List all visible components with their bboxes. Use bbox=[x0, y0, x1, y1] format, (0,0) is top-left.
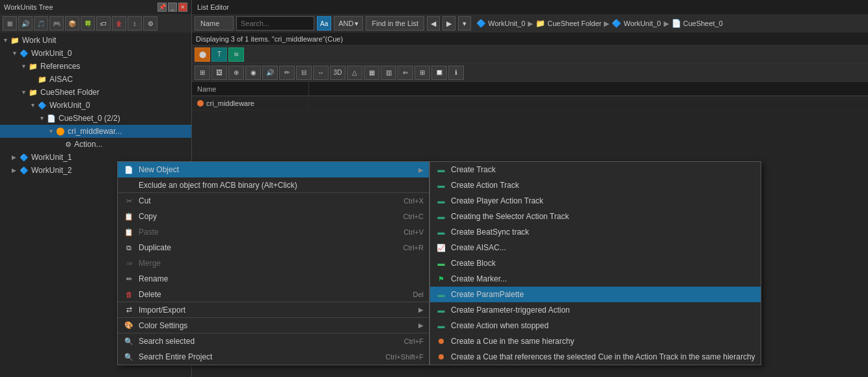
sub-cue-hierarchy-label: Create a Cue in the same hierarchy bbox=[451, 337, 755, 346]
tree-item[interactable]: ▼📁Work Unit bbox=[0, 34, 191, 47]
it-btn-15[interactable]: 🔲 bbox=[431, 66, 447, 80]
sub-create-action-track[interactable]: ▬ Create Action Track bbox=[430, 177, 761, 193]
sub-create-aisac[interactable]: 📈 Create AISAC... bbox=[430, 240, 761, 255]
cm-new-object[interactable]: 📄 New Object ▶ bbox=[118, 162, 429, 177]
sub-create-player-action-track[interactable]: ▬ Create Player Action Track bbox=[430, 193, 761, 209]
tree-node-label: References bbox=[40, 62, 80, 71]
sub-create-beatsync[interactable]: ▬ Create BeatSync track bbox=[430, 224, 761, 240]
it-btn-8[interactable]: ↔ bbox=[313, 66, 329, 80]
nav-prev-button[interactable]: ◀ bbox=[427, 16, 440, 31]
it-btn-1[interactable]: ⊞ bbox=[195, 66, 210, 80]
breadcrumb-icon-3: 📄 bbox=[671, 19, 681, 28]
tb-settings[interactable]: ⚙ bbox=[143, 16, 157, 31]
tree-item[interactable]: 📁AISAC bbox=[0, 73, 191, 86]
cm-rename[interactable]: ✏ Rename bbox=[118, 271, 429, 287]
breadcrumb-item-3[interactable]: CueSheet_0 bbox=[683, 20, 723, 27]
cm-search-project[interactable]: 🔍 Search Entire Project Ctrl+Shift+F bbox=[118, 349, 429, 365]
minimize-button[interactable]: _ bbox=[168, 3, 177, 12]
sub-action-stopped-label: Create Action when stopped bbox=[451, 321, 755, 330]
cm-color-settings[interactable]: 🎨 Color Settings ▶ bbox=[118, 318, 429, 333]
sub-create-parampalette[interactable]: ▬ Create ParamPalette bbox=[430, 287, 761, 302]
tb-icon-2[interactable]: 🔊 bbox=[18, 16, 33, 31]
cm-duplicate[interactable]: ⧉ Duplicate Ctrl+R bbox=[118, 240, 429, 255]
tree-node-icon: 📄 bbox=[47, 114, 56, 123]
breadcrumb-item-0[interactable]: WorkUnit_0 bbox=[488, 20, 525, 27]
tree-expand-icon[interactable]: ▼ bbox=[3, 37, 10, 44]
tree-expand-icon[interactable]: ▼ bbox=[39, 115, 47, 122]
tree-item[interactable]: ▼🔷WorkUnit_0 bbox=[0, 99, 191, 112]
sub-action-track-icon: ▬ bbox=[435, 179, 447, 191]
sub-block-label: Create Block bbox=[451, 259, 755, 268]
tree-node-icon: ⚙ bbox=[65, 140, 72, 149]
cm-exclude[interactable]: Exclude an object from ACB binary (Alt+C… bbox=[118, 177, 429, 193]
cm-copy-label: Copy bbox=[139, 212, 390, 221]
cm-search-selected[interactable]: 🔍 Search selected Ctrl+F bbox=[118, 333, 429, 349]
tree-expand-icon[interactable]: ▼ bbox=[21, 63, 29, 70]
tb-icon-6[interactable]: 🍀 bbox=[81, 16, 95, 31]
it-text-btn[interactable]: T bbox=[211, 47, 227, 62]
it-btn-11[interactable]: ▦ bbox=[364, 66, 379, 80]
tree-item[interactable]: ▼📄CueSheet_0 (2/2) bbox=[0, 112, 191, 125]
close-left-button[interactable]: ✕ bbox=[178, 3, 187, 12]
tb-icon-3[interactable]: 🎵 bbox=[34, 16, 48, 31]
aa-button[interactable]: Aa bbox=[317, 16, 331, 31]
cm-import-export[interactable]: ⇄ Import/Export ▶ bbox=[118, 302, 429, 318]
it-btn-3[interactable]: ⊕ bbox=[228, 66, 244, 80]
find-in-list-button[interactable]: Find in the List bbox=[366, 16, 424, 31]
it-btn-2[interactable]: 🖼 bbox=[211, 66, 227, 80]
tree-expand-icon[interactable]: ▼ bbox=[21, 89, 29, 96]
tree-expand-icon[interactable]: ▼ bbox=[12, 50, 20, 57]
it-btn-6[interactable]: ✏ bbox=[279, 66, 295, 80]
tb-sort[interactable]: ↕ bbox=[128, 16, 142, 31]
it-btn-16[interactable]: ℹ bbox=[448, 66, 464, 80]
sub-aisac-label: Create AISAC... bbox=[451, 243, 755, 252]
cm-paste-shortcut: Ctrl+V bbox=[403, 228, 424, 236]
tree-item[interactable]: ▼📁CueSheet Folder bbox=[0, 86, 191, 99]
tree-item[interactable]: ▼📁References bbox=[0, 60, 191, 73]
it-wave-btn[interactable]: ≋ bbox=[228, 47, 244, 62]
cm-delete[interactable]: 🗑 Delete Del bbox=[118, 287, 429, 302]
and-button[interactable]: AND ▾ bbox=[334, 16, 363, 31]
tb-delete[interactable]: 🗑 bbox=[112, 16, 126, 31]
nav-next-button[interactable]: ▶ bbox=[442, 16, 455, 31]
sub-create-action-stopped[interactable]: ▬ Create Action when stopped bbox=[430, 318, 761, 333]
tree-expand-icon[interactable]: ▼ bbox=[48, 128, 56, 135]
search-input[interactable] bbox=[236, 16, 314, 31]
it-btn-5[interactable]: 🔊 bbox=[262, 66, 278, 80]
tree-node-icon: 🔷 bbox=[20, 49, 29, 58]
tree-item[interactable]: ▼🔷WorkUnit_0 bbox=[0, 47, 191, 60]
sub-create-marker[interactable]: ⚑ Create Marker... bbox=[430, 271, 761, 287]
context-menu: 📄 New Object ▶ Exclude an object from AC… bbox=[117, 161, 429, 365]
tree-expand-icon[interactable]: ▶ bbox=[12, 154, 20, 161]
list-row[interactable]: cri_middleware bbox=[192, 96, 868, 110]
it-btn-7[interactable]: ⊟ bbox=[296, 66, 312, 80]
tree-expand-icon[interactable]: ▼ bbox=[30, 102, 38, 109]
pin-button[interactable]: 📌 bbox=[157, 3, 167, 12]
sub-create-cue-reference[interactable]: Create a Cue that references the selecte… bbox=[430, 349, 761, 365]
tree-expand-icon[interactable]: ▶ bbox=[12, 167, 20, 174]
it-orange-btn[interactable]: ⬤ bbox=[195, 47, 210, 62]
it-btn-4[interactable]: ◉ bbox=[245, 66, 261, 80]
sub-create-track[interactable]: ▬ Create Track bbox=[430, 162, 761, 177]
tb-icon-7[interactable]: 🏷 bbox=[96, 16, 111, 31]
sub-create-param-triggered[interactable]: ▬ Create Parameter-triggered Action bbox=[430, 302, 761, 318]
tb-icon-1[interactable]: ⊞ bbox=[3, 16, 17, 31]
sub-aisac-icon: 📈 bbox=[435, 242, 447, 254]
it-btn-14[interactable]: ⊞ bbox=[414, 66, 430, 80]
sub-create-block[interactable]: ▬ Create Block bbox=[430, 255, 761, 271]
it-btn-13[interactable]: ⇐ bbox=[398, 66, 413, 80]
tree-item[interactable]: ⚙Action... bbox=[0, 138, 191, 151]
nav-dropdown-button[interactable]: ▾ bbox=[458, 16, 471, 31]
it-btn-12[interactable]: ▥ bbox=[381, 66, 396, 80]
cm-cut[interactable]: ✂ Cut Ctrl+X bbox=[118, 193, 429, 209]
sub-create-cue-hierarchy[interactable]: Create a Cue in the same hierarchy bbox=[430, 333, 761, 349]
tree-item[interactable]: ▼🟠cri_middlewar... bbox=[0, 125, 191, 138]
breadcrumb-item-2[interactable]: WorkUnit_0 bbox=[623, 20, 660, 27]
it-btn-10[interactable]: △ bbox=[347, 66, 362, 80]
cm-copy[interactable]: 📋 Copy Ctrl+C bbox=[118, 209, 429, 224]
breadcrumb-item-1[interactable]: CueSheet Folder bbox=[547, 20, 601, 27]
tb-icon-4[interactable]: 🎮 bbox=[49, 16, 64, 31]
tb-icon-5[interactable]: 📦 bbox=[65, 16, 79, 31]
sub-create-selector-action-track[interactable]: ▬ Creating the Selector Action Track bbox=[430, 209, 761, 224]
it-btn-9[interactable]: 3D bbox=[330, 66, 346, 80]
